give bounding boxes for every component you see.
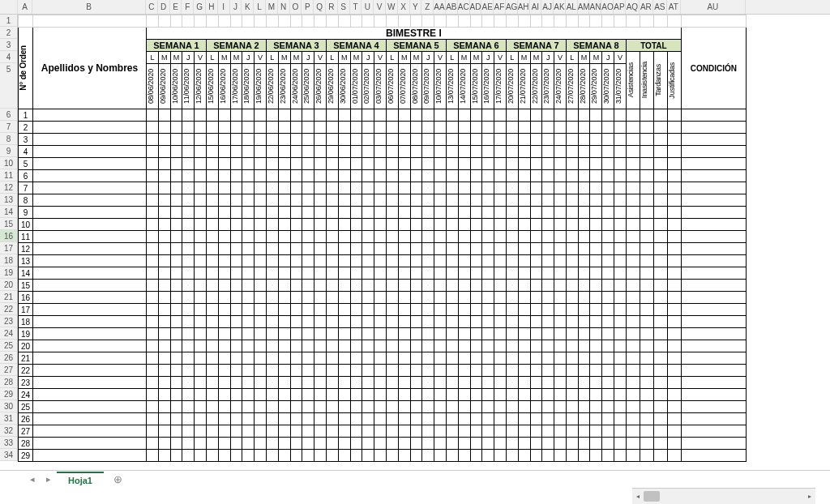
cell-attendance[interactable] bbox=[147, 316, 159, 328]
cell-attendance[interactable] bbox=[182, 134, 195, 146]
cell-attendance[interactable] bbox=[626, 158, 640, 170]
cell-attendance[interactable] bbox=[518, 146, 530, 158]
cell-condition[interactable] bbox=[681, 389, 746, 401]
cell-attendance[interactable] bbox=[590, 316, 602, 328]
cell-attendance[interactable] bbox=[290, 170, 302, 182]
cell-blank[interactable] bbox=[266, 15, 278, 28]
cell-attendance[interactable] bbox=[422, 280, 434, 292]
scroll-thumb[interactable] bbox=[644, 491, 660, 502]
cell-attendance[interactable] bbox=[566, 292, 578, 304]
cell-attendance[interactable] bbox=[626, 377, 640, 389]
cell-attendance[interactable] bbox=[195, 219, 207, 231]
cell-attendance[interactable] bbox=[255, 292, 267, 304]
cell-attendance[interactable] bbox=[446, 219, 458, 231]
cell-attendance[interactable] bbox=[218, 243, 230, 255]
cell-attendance[interactable] bbox=[458, 255, 470, 267]
cell-attendance[interactable] bbox=[530, 182, 542, 194]
col-header-AB[interactable]: AB bbox=[446, 0, 458, 14]
cell-attendance[interactable] bbox=[195, 340, 207, 352]
col-header-AK[interactable]: AK bbox=[554, 0, 566, 14]
cell-attendance[interactable] bbox=[667, 219, 681, 231]
cell-attendance[interactable] bbox=[590, 231, 602, 243]
cell-attendance[interactable] bbox=[470, 401, 482, 413]
cell-attendance[interactable] bbox=[602, 280, 614, 292]
cell-attendance[interactable] bbox=[602, 219, 614, 231]
cell-attendance[interactable] bbox=[255, 122, 267, 134]
cell-attendance[interactable] bbox=[147, 425, 159, 438]
cell-attendance[interactable] bbox=[434, 231, 447, 243]
cell-attendance[interactable] bbox=[506, 304, 518, 316]
cell-attendance[interactable] bbox=[653, 292, 667, 304]
cell-attendance[interactable] bbox=[542, 316, 554, 328]
cell-attendance[interactable] bbox=[255, 255, 267, 267]
cell-attendance[interactable] bbox=[386, 122, 398, 134]
cell-attendance[interactable] bbox=[158, 219, 170, 231]
cell-condition[interactable] bbox=[681, 425, 746, 438]
cell-attendance[interactable] bbox=[458, 170, 470, 182]
cell-attendance[interactable] bbox=[518, 182, 530, 194]
cell-attendance[interactable] bbox=[206, 413, 218, 425]
cell-attendance[interactable] bbox=[590, 243, 602, 255]
cell-attendance[interactable] bbox=[242, 170, 255, 182]
cell-name[interactable] bbox=[33, 425, 147, 438]
col-header-AL[interactable]: AL bbox=[566, 0, 578, 14]
cell-attendance[interactable] bbox=[506, 425, 518, 438]
cell-attendance[interactable] bbox=[386, 438, 398, 450]
cell-attendance[interactable] bbox=[350, 219, 362, 231]
cell-attendance[interactable] bbox=[278, 413, 290, 425]
col-header-AN[interactable]: AN bbox=[589, 0, 601, 14]
cell-attendance[interactable] bbox=[278, 450, 290, 462]
cell-attendance[interactable] bbox=[614, 389, 627, 401]
cell-attendance[interactable] bbox=[147, 292, 159, 304]
cell-attendance[interactable] bbox=[554, 122, 567, 134]
cell-attendance[interactable] bbox=[482, 450, 494, 462]
cell-attendance[interactable] bbox=[278, 292, 290, 304]
cell-attendance[interactable] bbox=[530, 352, 542, 365]
cell-attendance[interactable] bbox=[362, 340, 374, 352]
cell-attendance[interactable] bbox=[350, 231, 362, 243]
cell-attendance[interactable] bbox=[374, 146, 387, 158]
cell-attendance[interactable] bbox=[410, 450, 422, 462]
cell-attendance[interactable] bbox=[278, 280, 290, 292]
cell-attendance[interactable] bbox=[242, 413, 255, 425]
cell-attendance[interactable] bbox=[410, 280, 422, 292]
cell-attendance[interactable] bbox=[578, 182, 590, 194]
cell-attendance[interactable] bbox=[266, 425, 278, 438]
cell-attendance[interactable] bbox=[410, 122, 422, 134]
cell-attendance[interactable] bbox=[350, 134, 362, 146]
cell-attendance[interactable] bbox=[518, 280, 530, 292]
cell-attendance[interactable] bbox=[590, 280, 602, 292]
cell-attendance[interactable] bbox=[410, 134, 422, 146]
cell-attendance[interactable] bbox=[626, 267, 640, 280]
cell-attendance[interactable] bbox=[242, 243, 255, 255]
cell-attendance[interactable] bbox=[147, 389, 159, 401]
row-header-28[interactable]: 28 bbox=[0, 376, 18, 388]
cell-attendance[interactable] bbox=[590, 328, 602, 340]
cell-attendance[interactable] bbox=[158, 328, 170, 340]
cell-attendance[interactable] bbox=[182, 122, 195, 134]
cell-attendance[interactable] bbox=[398, 377, 410, 389]
cell-attendance[interactable] bbox=[506, 316, 518, 328]
cell-attendance[interactable] bbox=[374, 438, 387, 450]
cell-attendance[interactable] bbox=[147, 267, 159, 280]
cell-attendance[interactable] bbox=[386, 401, 398, 413]
cell-attendance[interactable] bbox=[602, 109, 614, 122]
cell-attendance[interactable] bbox=[494, 158, 507, 170]
cell-attendance[interactable] bbox=[158, 401, 170, 413]
cell-attendance[interactable] bbox=[640, 267, 653, 280]
cell-attendance[interactable] bbox=[218, 401, 230, 413]
cell-attendance[interactable] bbox=[242, 219, 255, 231]
horizontal-scrollbar[interactable]: ◂ ▸ bbox=[632, 488, 815, 504]
cell-attendance[interactable] bbox=[578, 134, 590, 146]
cell-attendance[interactable] bbox=[255, 170, 267, 182]
cell-attendance[interactable] bbox=[314, 389, 327, 401]
cell-attendance[interactable] bbox=[614, 377, 627, 389]
cell-attendance[interactable] bbox=[602, 122, 614, 134]
cell-attendance[interactable] bbox=[667, 280, 681, 292]
cell-condition[interactable] bbox=[681, 413, 746, 425]
cell-attendance[interactable] bbox=[590, 401, 602, 413]
cell-attendance[interactable] bbox=[554, 328, 567, 340]
cell-attendance[interactable] bbox=[494, 401, 507, 413]
cell-attendance[interactable] bbox=[446, 340, 458, 352]
cell-attendance[interactable] bbox=[170, 280, 182, 292]
